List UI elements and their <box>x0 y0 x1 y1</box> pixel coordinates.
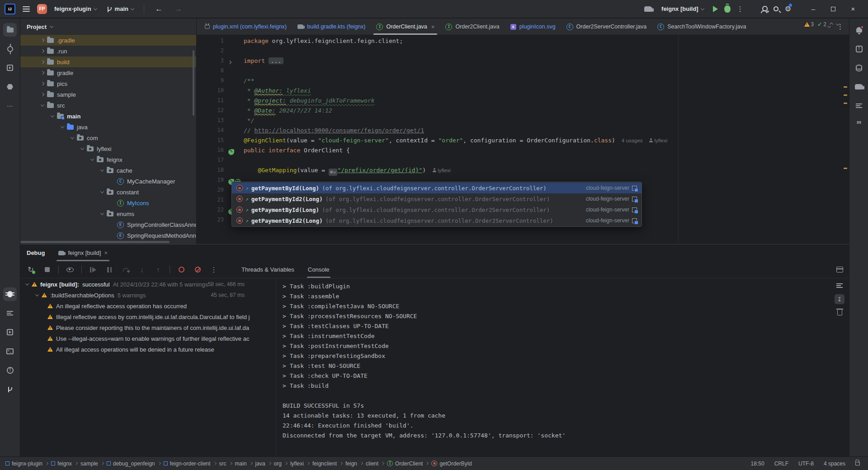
tree-item-feignx[interactable]: feignx <box>20 154 196 165</box>
rerun-button[interactable]: ↻ <box>26 265 36 275</box>
stripe-warning-mark[interactable] <box>844 86 847 88</box>
structure-tool-icon[interactable] <box>3 80 17 94</box>
tab-console[interactable]: Console <box>304 261 333 278</box>
warning-row[interactable]: Please consider reporting this to the ma… <box>20 322 255 333</box>
main-menu-icon[interactable] <box>23 6 30 12</box>
project-panel-header[interactable]: Project <box>20 19 196 35</box>
usages-inlay[interactable]: 4 usages <box>622 138 643 143</box>
console-pane[interactable]: > Task :buildPlugin > Task :assemble > T… <box>276 279 849 456</box>
close-session-icon[interactable]: × <box>104 249 108 256</box>
warning-row[interactable]: All illegal access operations will be de… <box>20 344 255 355</box>
project-avatar[interactable]: FP <box>37 4 47 14</box>
breakpoints-disabled-button[interactable] <box>193 265 203 275</box>
project-tool-icon[interactable] <box>3 23 17 37</box>
tab-pluginicon-svg[interactable]: SpluginIcon.svg <box>505 19 561 35</box>
tree-item-java[interactable]: java <box>20 122 196 132</box>
breadcrumb-item[interactable]: mgetOrderById <box>431 461 472 467</box>
more-tool-windows-icon[interactable]: ⋯ <box>3 99 17 113</box>
stripe-warning-mark[interactable] <box>844 94 847 96</box>
more-options-icon[interactable]: ⋮ <box>209 265 219 275</box>
view-breakpoints-button[interactable] <box>65 265 75 275</box>
project-horizontal-scrollbar[interactable] <box>20 241 170 243</box>
readonly-lock-icon[interactable] <box>855 462 860 465</box>
step-out-button[interactable]: ↑ <box>153 265 163 275</box>
breadcrumb-item[interactable]: client <box>366 461 378 467</box>
inspections-widget[interactable]: 3 ✓2 <box>804 21 839 28</box>
resume-button[interactable] <box>88 265 98 275</box>
tab-order2client[interactable]: IOrder2Client.java <box>440 19 505 35</box>
tree-item-main[interactable]: main <box>20 111 196 122</box>
profiler-tool-icon[interactable] <box>3 306 17 320</box>
breadcrumb-item[interactable]: java <box>255 461 265 467</box>
code-with-me-icon[interactable] <box>761 6 767 12</box>
search-everywhere-icon[interactable] <box>774 6 778 11</box>
run-configuration-widget[interactable]: feignx [build] <box>659 4 707 14</box>
breadcrumb-item[interactable]: feignx <box>51 461 72 467</box>
gradle-tool-icon[interactable] <box>852 80 866 94</box>
scroll-to-end-icon[interactable]: ↧ <box>835 294 844 304</box>
tree-item-constant[interactable]: constant <box>20 187 196 197</box>
run-button[interactable] <box>713 6 718 12</box>
breadcrumb-item[interactable]: sample <box>80 461 98 467</box>
breadcrumb-item[interactable]: org <box>274 461 282 467</box>
build-root-node[interactable]: feignx [build]: successful At 2024/10/23… <box>20 279 255 290</box>
tree-item-src[interactable]: src <box>20 100 196 111</box>
minimize-button[interactable]: – <box>807 5 820 13</box>
close-tab-icon[interactable]: × <box>431 24 435 30</box>
tree-item-pics[interactable]: pics <box>20 78 196 89</box>
tree-item-springrequestmethodannotation[interactable]: ESpringRequestMethodAnnota <box>20 230 196 241</box>
line-ending-widget[interactable]: CRLF <box>774 461 788 467</box>
tab-searchtoolwindowfactory[interactable]: CSearchToolWindowFactory.java <box>652 19 751 35</box>
debug-tool-icon[interactable] <box>3 287 17 301</box>
mute-breakpoints-button[interactable] <box>176 265 186 275</box>
soft-wrap-icon[interactable] <box>835 281 844 291</box>
debug-session-tab[interactable]: feignx [build] × <box>57 244 109 261</box>
tree-item-springcontrollerclassannotation[interactable]: ESpringControllerClassAnnotat <box>20 219 196 230</box>
author-inlay[interactable]: lyflexi <box>649 138 668 143</box>
stripe-warning-mark[interactable] <box>844 103 847 104</box>
tree-item-cache[interactable]: cache <box>20 165 196 176</box>
ai-assistant-icon[interactable] <box>852 42 866 56</box>
prev-problem-icon[interactable] <box>830 23 833 26</box>
popup-row[interactable]: m↗getPaymentById(Long) (of org.lyflexi.c… <box>232 204 642 215</box>
problems-tool-icon[interactable] <box>3 363 17 377</box>
warning-row[interactable]: Illegal reflective access by com.intelli… <box>20 311 255 322</box>
close-button[interactable]: × <box>846 5 860 13</box>
back-button[interactable]: ← <box>151 5 166 14</box>
stop-button[interactable] <box>42 265 52 275</box>
build-task-node[interactable]: :buildSearchableOptions 5 warnings 45 se… <box>20 290 255 301</box>
console-output[interactable]: > Task :buildPlugin > Task :assemble > T… <box>283 282 822 441</box>
breadcrumb-item[interactable]: main <box>235 461 247 467</box>
stripe-warning-mark[interactable] <box>844 168 847 169</box>
tab-build-gradle[interactable]: build.gradle.kts (feignx) <box>292 19 371 35</box>
breadcrumb-item[interactable]: IOrderClient <box>387 461 423 467</box>
popup-row[interactable]: m↗getPaymentById2(Long) (of org.lyflexi.… <box>232 215 642 226</box>
pull-requests-icon[interactable] <box>3 61 17 75</box>
tab-plugin-xml[interactable]: plugin.xml (com.lyflexi.feignx) <box>199 19 292 35</box>
tree-item-lyflexi[interactable]: lyflexi <box>20 143 196 154</box>
tab-threads-variables[interactable]: Threads & Variables <box>238 261 298 278</box>
tree-item-sample[interactable]: sample <box>20 89 196 100</box>
fold-chevron-icon[interactable] <box>228 61 231 64</box>
author-inlay[interactable]: lyflexi <box>432 168 451 173</box>
breadcrumb-item[interactable]: src <box>219 461 226 467</box>
clock-widget[interactable]: 18:50 <box>751 461 764 467</box>
related-url-inlay[interactable]: ⊕ <box>329 169 338 176</box>
maximize-button[interactable] <box>826 5 840 13</box>
forward-button[interactable]: → <box>171 5 186 14</box>
breadcrumb-item[interactable]: lyflexi <box>290 461 304 467</box>
breadcrumb-item[interactable]: feign <box>345 461 357 467</box>
popup-row[interactable]: m↗getPaymentById2(Long) (of org.lyflexi.… <box>232 193 642 204</box>
debug-button[interactable] <box>724 5 731 13</box>
project-vertical-scrollbar[interactable] <box>193 50 194 116</box>
encoding-widget[interactable]: UTF-8 <box>798 461 814 467</box>
commit-tool-icon[interactable] <box>3 42 17 56</box>
todo-tool-icon[interactable] <box>852 99 866 113</box>
tab-orderclient[interactable]: IOrderClient.java× <box>371 19 440 35</box>
tree-item-gradle[interactable]: gradle <box>20 67 196 78</box>
tree-item-run[interactable]: .run <box>20 46 196 56</box>
indent-widget[interactable]: 4 spaces <box>824 461 845 467</box>
project-widget[interactable]: feignx-plugin <box>52 4 99 14</box>
clear-console-icon[interactable] <box>835 308 844 318</box>
breadcrumb-item[interactable]: feignx-plugin <box>5 461 42 467</box>
